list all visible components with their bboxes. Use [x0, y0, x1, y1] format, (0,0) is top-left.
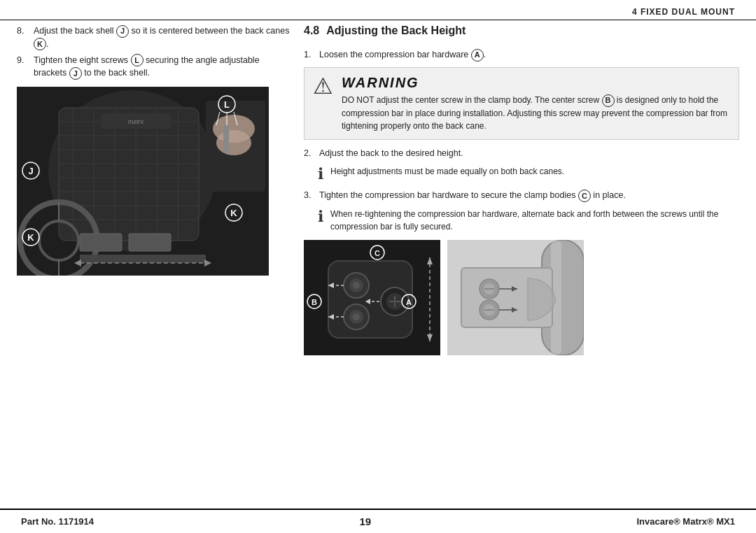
label-c-ref: C: [578, 190, 591, 202]
svg-text:A: A: [406, 298, 412, 306]
right-step-1: 1. Loosen the compression bar hardware A…: [304, 48, 739, 62]
svg-text:K: K: [230, 208, 237, 218]
header-title: 4 FIXED DUAL MOUNT: [632, 7, 735, 17]
bottom-diagram-2: [447, 240, 584, 355]
left-step-8: 8. Adjust the back shell J so it is cent…: [17, 24, 290, 51]
bottom-diagram-1: C B A: [304, 240, 440, 355]
right-step-2: 2. Adjust the back to the desired height…: [304, 147, 739, 160]
left-step-9: 9. Tighten the eight screws L securing t…: [17, 54, 290, 80]
step-2-text: Adjust the back to the desired height.: [319, 147, 463, 160]
label-l-ref: L: [131, 54, 144, 66]
info-icon-1: ℹ: [318, 165, 323, 183]
info-box-2: ℹ When re-tightening the compression bar…: [318, 208, 739, 233]
warning-content: WARNING DO NOT adjust the center screw i…: [342, 75, 730, 132]
section-title: Adjusting the Back Height: [326, 24, 465, 37]
footer-brand: Invacare® Matrx® MX1: [636, 516, 735, 527]
label-b-ref1: B: [602, 94, 615, 107]
left-diagram: matrx: [17, 87, 269, 276]
label-j-ref: J: [69, 67, 82, 80]
footer-part-number: Part No. 1171914: [21, 516, 94, 527]
svg-rect-33: [223, 125, 229, 153]
svg-text:B: B: [312, 298, 317, 306]
right-column: 4.8 Adjusting the Back Height 1. Loosen …: [304, 24, 739, 504]
step-1-text: Loosen the compression bar hardware A.: [319, 48, 486, 62]
svg-point-52: [353, 313, 360, 320]
label-a-ref1: A: [471, 49, 484, 62]
left-steps: 8. Adjust the back shell J so it is cent…: [17, 24, 290, 80]
page: 4 FIXED DUAL MOUNT 8. Adjust the back sh…: [0, 0, 756, 533]
warning-title: WARNING: [342, 75, 730, 91]
page-footer: Part No. 1171914 19 Invacare® Matrx® MX1: [0, 509, 756, 533]
left-column: 8. Adjust the back shell J so it is cent…: [17, 24, 290, 504]
right-step-3: 3. Tighten the compression bar hardware …: [304, 189, 739, 202]
svg-text:C: C: [374, 249, 380, 257]
warning-box: ⚠ WARNING DO NOT adjust the center screw…: [304, 67, 739, 140]
label-j: J: [116, 25, 129, 38]
svg-rect-24: [80, 234, 122, 251]
label-k-ref: K: [34, 38, 46, 50]
step-3-text: Tighten the compression bar hardware to …: [319, 189, 626, 202]
info-box-1: ℹ Height adjustments must be made equall…: [318, 165, 739, 183]
info-text-2: When re-tightening the compression bar h…: [330, 208, 739, 233]
warning-icon: ⚠: [313, 75, 333, 97]
svg-point-49: [353, 282, 360, 289]
step-9-text: Tighten the eight screws L securing the …: [34, 54, 290, 80]
bottom-images: C B A: [304, 240, 739, 355]
svg-rect-26: [80, 255, 206, 263]
svg-text:K: K: [27, 232, 34, 243]
step-2-num: 2.: [304, 147, 315, 160]
svg-text:L: L: [224, 99, 230, 110]
step-1-num: 1.: [304, 48, 315, 62]
info-icon-2: ℹ: [318, 208, 323, 226]
section-number: 4.8: [304, 24, 319, 37]
step-8-num: 8.: [17, 24, 29, 51]
svg-text:matrx: matrx: [128, 118, 144, 125]
svg-rect-25: [129, 234, 171, 251]
warning-text: DO NOT adjust the center screw in the cl…: [342, 94, 730, 132]
main-content: 8. Adjust the back shell J so it is cent…: [0, 24, 756, 504]
info-text-1: Height adjustments must be made equally …: [330, 165, 564, 178]
step-9-num: 9.: [17, 54, 29, 80]
step-3-num: 3.: [304, 189, 315, 202]
svg-text:J: J: [28, 166, 33, 176]
svg-point-32: [216, 130, 251, 155]
footer-page-number: 19: [359, 516, 371, 527]
page-header: 4 FIXED DUAL MOUNT: [0, 0, 756, 20]
step-8-text: Adjust the back shell J so it is centere…: [34, 24, 290, 51]
